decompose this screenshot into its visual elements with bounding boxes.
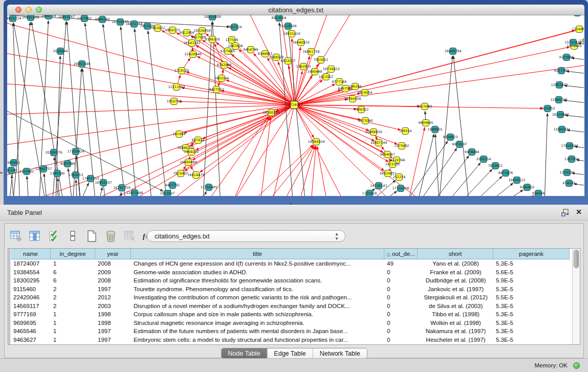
cell-out-de-: 0 (384, 336, 418, 344)
table-row[interactable]: 2242004622012Investigating the contribut… (11, 293, 570, 302)
cell-title: Estimation of the future numbers of pati… (131, 327, 384, 336)
cell-short: Dudbridge et al. (2008) (418, 276, 493, 285)
select-rows-button[interactable] (48, 230, 60, 242)
table-type-tabs: Node TableEdge TableNetwork Table (221, 348, 367, 359)
cell-out-de-: 0 (384, 310, 418, 319)
cell-pagerank: 5.3E-5 (493, 336, 570, 344)
cell-in-degree: 2 (51, 285, 95, 294)
cell-year: 2008 (95, 276, 131, 285)
table-row[interactable]: 1456911722003Disruption of a novel membe… (11, 302, 570, 311)
column-header-year[interactable]: year (95, 249, 131, 259)
column-header-in-degree[interactable]: in_degree (51, 249, 95, 259)
tab-edge-table[interactable]: Edge Table (267, 348, 312, 358)
cell-short: Hescheler et al. (1997) (418, 336, 493, 344)
cell-year: 1998 (95, 310, 131, 319)
table-row[interactable]: 946554611997Estimation of the future num… (11, 327, 570, 336)
network-window-titlebar[interactable]: citations_edges.txt (7, 5, 584, 15)
cell-out-de-: 0 (384, 302, 418, 311)
table-panel-body: f (x) citations_edges.txt ▲▼ namein_degr… (4, 223, 584, 358)
scrollbar-thumb[interactable] (574, 250, 579, 268)
cell-in-degree: 2 (51, 293, 95, 302)
cell-year: 2008 (95, 259, 131, 268)
cell-pagerank: 5.3E-5 (493, 302, 570, 311)
window-title: citations_edges.txt (7, 5, 584, 15)
table-row[interactable]: 1830029562008Estimation of significance … (11, 276, 570, 285)
cell-year: 1997 (95, 336, 131, 344)
panel-divider-handle-icon[interactable]: ▴ (290, 201, 292, 206)
table-selector-value: citations_edges.txt (155, 231, 210, 242)
cell-pagerank: 5.6E-5 (493, 268, 570, 277)
cell-short: Wolkin et al. (1998) (418, 319, 493, 327)
table-header-row: namein_degreeyeartitle△out_de...shortpag… (11, 249, 570, 259)
cell-short: Jankovic et al. (1997) (418, 285, 493, 294)
table-row[interactable]: 1872400712008Changes of HCN gene express… (11, 259, 570, 268)
cell-in-degree: 1 (51, 310, 95, 319)
cell-out-de-: 0 (384, 327, 418, 336)
table-panel-header: Table Panel ✕ (0, 205, 588, 221)
dropdown-arrows-icon: ▲▼ (335, 232, 339, 241)
new-table-button[interactable] (85, 230, 98, 242)
column-header-name[interactable]: name (11, 249, 51, 259)
float-panel-icon[interactable] (561, 209, 570, 216)
cell-year: 2009 (95, 268, 131, 277)
cell-title: Embryonic stem cells: a model to study s… (131, 336, 384, 344)
cell-name: 9465546 (11, 327, 51, 336)
tab-node-table[interactable]: Node Table (221, 348, 267, 358)
memory-indicator-icon[interactable] (573, 362, 580, 369)
row-header-gutter (8, 249, 10, 344)
cell-name: 18724007 (11, 259, 51, 268)
table-row[interactable]: 977716911998Corpus callosum shape and si… (11, 310, 570, 319)
column-header-short[interactable]: short (418, 249, 493, 259)
show-columns-button[interactable] (29, 230, 41, 242)
panel-collapse-arrow-icon[interactable]: ▸ (1, 170, 3, 175)
cell-out-de-: 0 (384, 293, 418, 302)
cell-in-degree: 6 (51, 276, 95, 285)
column-header-title[interactable]: title (131, 249, 384, 259)
cell-name: 9463627 (11, 336, 51, 344)
cell-in-degree: 6 (51, 268, 95, 277)
cell-pagerank: 5.9E-5 (493, 276, 570, 285)
table-panel-title: Table Panel (7, 205, 42, 221)
cell-title: Corpus callosum shape and size in male p… (131, 310, 384, 319)
column-header-out-de-[interactable]: △out_de... (384, 249, 418, 259)
cell-name: 9777169 (11, 310, 51, 319)
cell-name: 14569117 (11, 302, 51, 311)
cell-year: 2003 (95, 302, 131, 311)
table-row[interactable]: 1938455462009Genome-wide association stu… (11, 268, 570, 277)
network-canvas[interactable] (7, 15, 584, 196)
cell-year: 1997 (95, 285, 131, 294)
clear-selection-button[interactable] (67, 230, 79, 242)
tab-network-table[interactable]: Network Table (313, 348, 367, 358)
network-window: citations_edges.txt (4, 0, 588, 205)
cell-in-degree: 2 (51, 302, 95, 311)
cell-name: 22420046 (11, 293, 51, 302)
table-selector-dropdown[interactable]: citations_edges.txt ▲▼ (147, 230, 345, 242)
cell-in-degree: 1 (51, 259, 95, 268)
table-settings-button[interactable] (10, 230, 22, 242)
column-header-pagerank[interactable]: pagerank (493, 249, 570, 259)
cell-out-de-: 49 (384, 259, 418, 268)
cell-title: Changes of HCN gene expression and I(f) … (131, 259, 384, 268)
cell-in-degree: 1 (51, 336, 95, 344)
cell-name: 9115460 (11, 285, 51, 294)
cell-name: 18300295 (11, 276, 51, 285)
table-row[interactable]: 911546021997Tourette syndrome. Phenomeno… (11, 285, 570, 294)
cell-year: 1998 (95, 319, 131, 327)
cell-pagerank: 5.3E-5 (493, 319, 570, 327)
delete-rows-button[interactable] (104, 230, 117, 242)
cell-short: Yano et al. (2008) (418, 259, 493, 268)
vertical-scrollbar[interactable] (572, 249, 580, 344)
table-row[interactable]: 946362711997Embryonic stem cells: a mode… (11, 336, 570, 344)
cell-title: Investigating the contribution of common… (131, 293, 384, 302)
cell-short: de Silva et al. (2003) (418, 302, 493, 311)
close-panel-icon[interactable]: ✕ (576, 208, 582, 216)
cell-pagerank: 5.3E-5 (493, 327, 570, 336)
attribute-table: namein_degreeyeartitle△out_de...shortpag… (8, 248, 580, 345)
cell-short: Tibbo et al. (1998) (418, 310, 493, 319)
table-row[interactable]: 969969511998Structural magnetic resonanc… (11, 319, 570, 327)
cell-title: Estimation of significance thresholds fo… (131, 276, 384, 285)
delete-table-button[interactable] (123, 230, 136, 242)
cell-title: Structural magnetic resonance image aver… (131, 319, 384, 327)
cell-name: 9699695 (11, 319, 51, 327)
table-body: 1872400712008Changes of HCN gene express… (11, 259, 570, 344)
